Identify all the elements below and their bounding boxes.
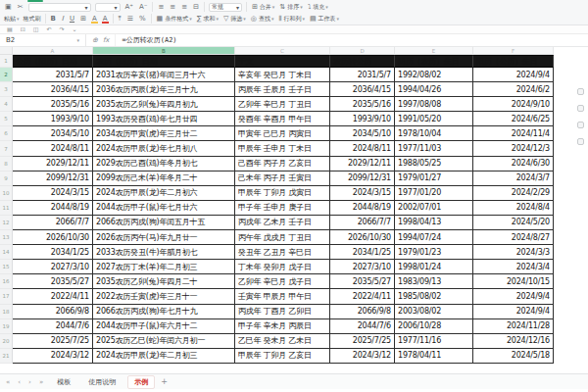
cell[interactable]: 2024/8/27 bbox=[473, 230, 554, 245]
cell[interactable]: 2024/3/15 bbox=[13, 186, 93, 201]
cell[interactable]: 2025/7/25 bbox=[13, 334, 93, 349]
cell[interactable]: 2044农历甲子(鼠)年七月廿六 bbox=[93, 201, 235, 216]
cell[interactable]: 2024/9/4 bbox=[473, 289, 554, 304]
save-icon[interactable]: ▤ bbox=[6, 26, 14, 32]
cell[interactable]: 2025/7/25 bbox=[330, 334, 395, 349]
cell[interactable]: 1979/01/27 bbox=[395, 172, 473, 186]
bold-button[interactable]: B bbox=[50, 16, 57, 23]
cell[interactable]: 2024/3/12 bbox=[330, 349, 395, 364]
cell[interactable]: 2024/11/4 bbox=[473, 126, 554, 141]
cell[interactable]: 2022/4/11 bbox=[13, 289, 93, 304]
italic-button[interactable]: I bbox=[61, 16, 65, 23]
cell[interactable]: 甲辰年 壬申月 丁未日 bbox=[235, 141, 330, 156]
merge-cells-button[interactable]: ⊞合并▾ bbox=[251, 3, 274, 12]
cell[interactable]: 2034/1/25 bbox=[330, 245, 395, 260]
row-number[interactable]: 13 bbox=[0, 230, 13, 245]
panel-icon-2[interactable] bbox=[577, 105, 584, 112]
align-right-icon[interactable]: ≡ bbox=[180, 4, 188, 11]
align-left-icon[interactable]: ≡ bbox=[157, 4, 165, 11]
formula-input[interactable]: =公历转农历(A2) bbox=[116, 34, 182, 46]
panel-icon-4[interactable] bbox=[577, 138, 584, 145]
cell[interactable]: 2034/5/10 bbox=[13, 126, 93, 141]
row-number[interactable]: 19 bbox=[0, 319, 13, 334]
cell[interactable]: 2024/9/4 bbox=[473, 68, 554, 82]
cell[interactable]: 辛亥年 癸巳月 丁未日 bbox=[235, 68, 330, 82]
cell[interactable]: 1978/04/11 bbox=[395, 349, 473, 364]
column-header-A[interactable]: A bbox=[13, 47, 93, 55]
cell[interactable]: 2044/8/19 bbox=[330, 201, 395, 216]
cell[interactable]: 壬寅年 甲辰月 甲午日 bbox=[235, 289, 330, 304]
cell[interactable]: 2035农历乙卯(兔)年四月二十 bbox=[93, 274, 235, 289]
cell[interactable]: 2044/8/19 bbox=[13, 201, 93, 216]
cell[interactable]: 2022/4/11 bbox=[330, 289, 395, 304]
cell[interactable]: 2027/3/10 bbox=[13, 260, 93, 274]
cell[interactable]: 乙卯年 辛巳月 戊子日 bbox=[235, 274, 330, 289]
cell[interactable]: 1998/01/24 bbox=[395, 260, 473, 274]
undo-icon[interactable]: ↶ bbox=[45, 26, 52, 32]
header-cell[interactable]: 阳历（公历）生日 bbox=[473, 55, 554, 68]
cell[interactable]: 甲辰年 丁卯月 戊寅日 bbox=[235, 186, 330, 201]
cell[interactable]: 2036农历丙辰(龙)年三月十九 bbox=[93, 82, 235, 97]
number-format-dropdown[interactable]: 常规▾ bbox=[209, 3, 242, 12]
sheet-tab-template[interactable]: 模板 bbox=[51, 376, 76, 388]
cell[interactable]: 2029农历己酉(鸡)年冬月初七 bbox=[93, 157, 235, 172]
cell[interactable]: 2066/7/7 bbox=[330, 216, 395, 230]
sheet-tab-example[interactable]: 示例 bbox=[127, 375, 155, 389]
cell[interactable]: 甲子年 辛未月 丙辰日 bbox=[235, 319, 330, 334]
first-sheet-icon[interactable]: « bbox=[6, 378, 12, 386]
fill-button[interactable]: ⤵填充▾ bbox=[307, 3, 328, 12]
cell[interactable]: 2027/3/10 bbox=[330, 260, 395, 274]
cell[interactable]: 2024/3/15 bbox=[330, 186, 395, 201]
cell[interactable]: 2044/7/6 bbox=[330, 319, 395, 334]
header-cell[interactable]: 农历（阴历）日期 bbox=[93, 55, 235, 68]
cell[interactable]: 1993农历癸酉(鸡)年七月廿四 bbox=[93, 112, 235, 126]
redo-icon[interactable]: ↷ bbox=[58, 26, 65, 32]
font-name-dropdown[interactable]: ▾ bbox=[28, 3, 91, 12]
cell[interactable]: 乙卯年 辛巳月 丁丑日 bbox=[235, 97, 330, 112]
insert-function-icon[interactable]: ⊕ bbox=[92, 36, 98, 44]
cell[interactable]: 甲寅年 己巳月 丙寅日 bbox=[235, 126, 330, 141]
cell[interactable]: 2036/4/15 bbox=[13, 82, 93, 97]
column-header-B[interactable]: B bbox=[93, 47, 235, 55]
row-number[interactable]: 7 bbox=[0, 141, 13, 156]
sum-button[interactable]: ∑求和▾ bbox=[196, 15, 219, 24]
header-cell[interactable]: 公历（阳历）日期 bbox=[13, 55, 93, 68]
cell[interactable]: 1985/08/02 bbox=[395, 289, 473, 304]
more-icon[interactable]: ⌄ bbox=[71, 26, 77, 32]
cell[interactable]: 2035/5/16 bbox=[13, 97, 93, 112]
row-number[interactable]: 8 bbox=[0, 157, 13, 172]
cell[interactable]: 1994/04/26 bbox=[395, 82, 473, 97]
row-number[interactable]: 21 bbox=[0, 349, 13, 364]
wrap-text-icon[interactable]: ⊟ bbox=[192, 4, 200, 11]
cell[interactable]: 己酉年 丙子月 乙亥日 bbox=[235, 157, 330, 172]
cut-icon[interactable]: ✂ bbox=[17, 4, 24, 11]
cell[interactable]: 2066/7/7 bbox=[13, 216, 93, 230]
borders-icon[interactable]: ⊞ bbox=[79, 16, 87, 23]
clipboard-icon[interactable]: ▣ bbox=[4, 4, 13, 11]
cell[interactable]: 1998/04/13 bbox=[395, 216, 473, 230]
cell[interactable]: 2024/9/10 bbox=[473, 97, 554, 112]
column-header-D[interactable]: D bbox=[330, 47, 395, 55]
cell[interactable]: 癸丑年 乙丑月 辛巳日 bbox=[235, 245, 330, 260]
cell[interactable]: 2024/5/20 bbox=[473, 216, 554, 230]
column-header-F[interactable]: F bbox=[473, 47, 554, 55]
cell[interactable]: 2035/5/27 bbox=[13, 274, 93, 289]
column-header-E[interactable]: E bbox=[395, 47, 473, 55]
cell[interactable]: 2035/5/16 bbox=[330, 97, 395, 112]
percent-icon[interactable]: % bbox=[138, 16, 147, 23]
cell[interactable]: 甲子年 壬申月 庚子日 bbox=[235, 201, 330, 216]
row-number[interactable]: 16 bbox=[0, 274, 13, 289]
cell[interactable]: 2044农历甲子(鼠)年六月十二 bbox=[93, 319, 235, 334]
cell[interactable]: 丙午年 戊戌月 丁丑日 bbox=[235, 230, 330, 245]
cell[interactable]: 2034/1/25 bbox=[13, 245, 93, 260]
cell[interactable]: 2024/8/11 bbox=[13, 141, 93, 156]
cell[interactable]: 2027农历丁未(羊)年二月初三 bbox=[93, 260, 235, 274]
cell[interactable]: 2024/6/2 bbox=[473, 82, 554, 97]
select-all-corner[interactable] bbox=[0, 47, 13, 55]
cell[interactable]: 2066/9/8 bbox=[13, 305, 93, 319]
cell[interactable]: 丁未年 癸卯月 戊子日 bbox=[235, 260, 330, 274]
column-header-C[interactable]: C bbox=[235, 47, 330, 55]
cell[interactable]: 2036/4/15 bbox=[330, 82, 395, 97]
cell[interactable]: 2024/11/28 bbox=[473, 319, 554, 334]
cell[interactable]: 2033农历癸丑(牛)年腊月初七 bbox=[93, 245, 235, 260]
